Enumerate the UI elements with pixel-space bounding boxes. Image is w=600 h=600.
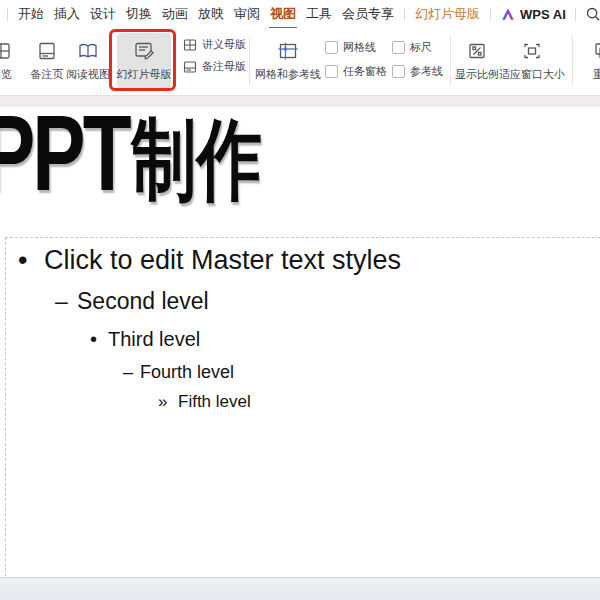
- handout-master-button[interactable]: 讲义母版: [183, 37, 246, 52]
- outline-level-4[interactable]: – Fourth level: [123, 361, 234, 384]
- guides-checkbox[interactable]: 参考线: [392, 64, 443, 79]
- handout-master-label: 讲义母版: [202, 37, 246, 52]
- menu-divider: [404, 8, 405, 21]
- search-icon: [585, 6, 600, 22]
- outline-level-2[interactable]: – Second level: [55, 287, 209, 316]
- tab-animation[interactable]: 动画: [162, 5, 188, 23]
- tab-tools[interactable]: 工具: [306, 5, 332, 23]
- zoom-ratio-button[interactable]: 显示比例: [452, 33, 502, 89]
- rearrange-windows-icon: [593, 39, 600, 63]
- wps-ai-label: WPS AI: [520, 7, 566, 22]
- reading-view-label: 阅读视图: [66, 67, 110, 82]
- slide-sorter-label: 浏览: [0, 67, 12, 82]
- wps-ai-button[interactable]: WPS AI: [500, 6, 566, 22]
- outline-level-2-text: Second level: [77, 287, 209, 316]
- reading-view-icon: [77, 39, 99, 63]
- handout-master-icon: [183, 38, 197, 52]
- outline-level-3[interactable]: • Third level: [90, 327, 200, 352]
- bullet-glyph: •: [90, 327, 108, 352]
- outline-level-5[interactable]: » Fifth level: [158, 391, 251, 412]
- zoom-ratio-icon: [466, 39, 488, 63]
- tab-insert[interactable]: 插入: [54, 5, 80, 23]
- slide-title[interactable]: PPT制作: [0, 107, 262, 207]
- master-text-placeholder[interactable]: • Click to edit Master text styles – Sec…: [5, 237, 600, 577]
- menu-divider: [575, 8, 576, 21]
- menu-bar: 开始 插入 设计 切换 动画 放映 审阅 视图 工具 会员专享 幻灯片母版: [0, 0, 600, 28]
- tab-view[interactable]: 视图: [270, 5, 296, 23]
- view-ribbon: 浏览 备注页 阅读视图: [0, 28, 600, 95]
- bullet-glyph: •: [18, 244, 44, 278]
- outline-level-4-text: Fourth level: [140, 361, 234, 384]
- gridlines-checkbox[interactable]: 网格线: [325, 40, 387, 55]
- notes-master-button[interactable]: 备注母版: [183, 59, 246, 74]
- menu-left-divider: [7, 8, 8, 21]
- bullet-glyph: »: [158, 391, 178, 412]
- master-buttons-column: 讲义母版 备注母版: [183, 37, 246, 74]
- wps-presentation-window: 开始 插入 设计 切换 动画 放映 审阅 视图 工具 会员专享 幻灯片母版: [0, 0, 600, 600]
- slide-title-cjk: 制作: [132, 107, 262, 211]
- checkbox-icon: [325, 65, 338, 78]
- slide-master-label: 幻灯片母版: [117, 67, 172, 82]
- search-button[interactable]: [585, 6, 600, 22]
- tab-design[interactable]: 设计: [90, 5, 116, 23]
- ribbon-divider: [572, 37, 573, 85]
- tab-slideshow[interactable]: 放映: [198, 5, 224, 23]
- checkbox-icon: [325, 41, 338, 54]
- notes-page-label: 备注页: [31, 67, 64, 82]
- ruler-label: 标尺: [410, 40, 432, 55]
- guides-label: 参考线: [410, 64, 443, 79]
- checkbox-icon: [392, 65, 405, 78]
- slide-sorter-icon: [0, 39, 12, 63]
- slide-title-latin: PPT: [0, 107, 129, 213]
- view-options-column-2: 标尺 参考线: [392, 40, 443, 79]
- bullet-glyph: –: [55, 287, 77, 316]
- outline-level-1[interactable]: • Click to edit Master text styles: [18, 244, 401, 278]
- grid-and-guides-button[interactable]: 网格和参考线: [254, 33, 322, 89]
- checkbox-icon: [392, 41, 405, 54]
- tab-home[interactable]: 开始: [18, 5, 44, 23]
- slide-master-icon: [133, 39, 155, 63]
- reading-view-button[interactable]: 阅读视图: [62, 33, 114, 89]
- ruler-checkbox[interactable]: 标尺: [392, 40, 443, 55]
- tab-review[interactable]: 审阅: [234, 5, 260, 23]
- notes-master-label: 备注母版: [202, 59, 246, 74]
- notes-page-icon: [36, 39, 58, 63]
- menu-divider: [490, 8, 491, 21]
- fit-window-button[interactable]: 适应窗口大小: [500, 33, 564, 89]
- ribbon-bottom-strip: [0, 95, 600, 107]
- tab-slide-master-context[interactable]: 幻灯片母版: [415, 5, 480, 23]
- tab-membership[interactable]: 会员专享: [342, 5, 394, 23]
- rearrange-windows-label: 重排: [593, 67, 600, 82]
- grid-and-guides-label: 网格和参考线: [255, 67, 321, 82]
- grid-and-guides-icon: [277, 39, 299, 63]
- bottom-status-band: [0, 577, 600, 600]
- bullet-glyph: –: [123, 361, 140, 384]
- wps-ai-logo-icon: [500, 6, 516, 22]
- rearrange-windows-button[interactable]: 重排: [578, 33, 600, 89]
- fit-window-label: 适应窗口大小: [499, 67, 565, 82]
- task-pane-checkbox[interactable]: 任务窗格: [325, 64, 387, 79]
- zoom-ratio-label: 显示比例: [455, 67, 499, 82]
- notes-master-icon: [183, 60, 197, 74]
- slide-master-edit-area[interactable]: PPT制作 • Click to edit Master text styles…: [0, 107, 600, 577]
- outline-level-3-text: Third level: [108, 327, 200, 352]
- outline-level-5-text: Fifth level: [178, 391, 251, 412]
- outline-level-1-text: Click to edit Master text styles: [44, 244, 401, 278]
- ribbon-divider: [249, 37, 250, 85]
- slide-master-button[interactable]: 幻灯片母版: [117, 33, 171, 89]
- task-pane-label: 任务窗格: [343, 64, 387, 79]
- fit-window-icon: [521, 39, 543, 63]
- tab-transition[interactable]: 切换: [126, 5, 152, 23]
- view-options-column-1: 网格线 任务窗格: [325, 40, 387, 79]
- ribbon-divider: [450, 37, 451, 85]
- gridlines-label: 网格线: [343, 40, 376, 55]
